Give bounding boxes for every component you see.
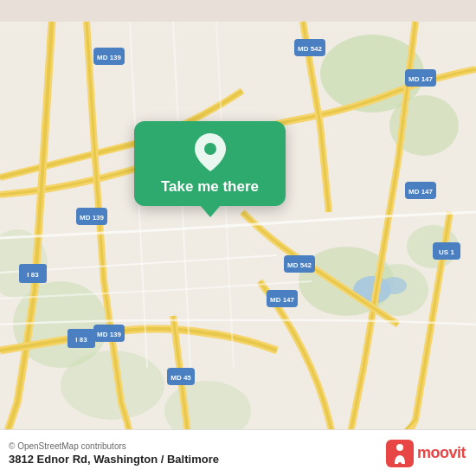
svg-point-11 <box>381 277 407 294</box>
svg-text:MD 139: MD 139 <box>80 214 105 222</box>
moovit-text: moovit <box>417 444 466 462</box>
svg-text:MD 147: MD 147 <box>408 188 434 196</box>
moovit-logo: moovit <box>386 440 466 467</box>
popup-arrow <box>200 205 221 217</box>
bottom-left-info: © OpenStreetMap contributors 3812 Ednor … <box>9 441 219 466</box>
map-background: MD 139 MD 542 MD 147 MD 147 MD 139 MD 54… <box>0 0 476 476</box>
popup-card[interactable]: Take me there <box>134 121 286 206</box>
location-pin-icon <box>191 133 229 171</box>
take-me-there-label: Take me there <box>161 178 259 196</box>
take-me-there-popup[interactable]: Take me there <box>134 121 286 217</box>
svg-text:MD 147: MD 147 <box>408 75 434 83</box>
svg-text:US 1: US 1 <box>439 248 454 256</box>
address-text: 3812 Ednor Rd, Washington / Baltimore <box>9 453 219 466</box>
copyright-text: © OpenStreetMap contributors <box>9 441 219 451</box>
moovit-icon <box>386 440 414 467</box>
svg-point-36 <box>204 143 216 155</box>
svg-point-39 <box>398 462 402 466</box>
svg-text:MD 542: MD 542 <box>287 261 312 269</box>
map-container: MD 139 MD 542 MD 147 MD 147 MD 139 MD 54… <box>0 0 476 476</box>
svg-text:I 83: I 83 <box>27 271 39 279</box>
svg-text:MD 542: MD 542 <box>298 45 323 53</box>
bottom-bar: © OpenStreetMap contributors 3812 Ednor … <box>0 429 476 476</box>
svg-point-38 <box>396 444 403 451</box>
svg-text:MD 147: MD 147 <box>270 296 295 304</box>
svg-text:MD 45: MD 45 <box>170 374 191 382</box>
svg-text:MD 139: MD 139 <box>97 331 122 338</box>
svg-text:MD 139: MD 139 <box>97 54 122 61</box>
svg-text:I 83: I 83 <box>75 336 87 344</box>
